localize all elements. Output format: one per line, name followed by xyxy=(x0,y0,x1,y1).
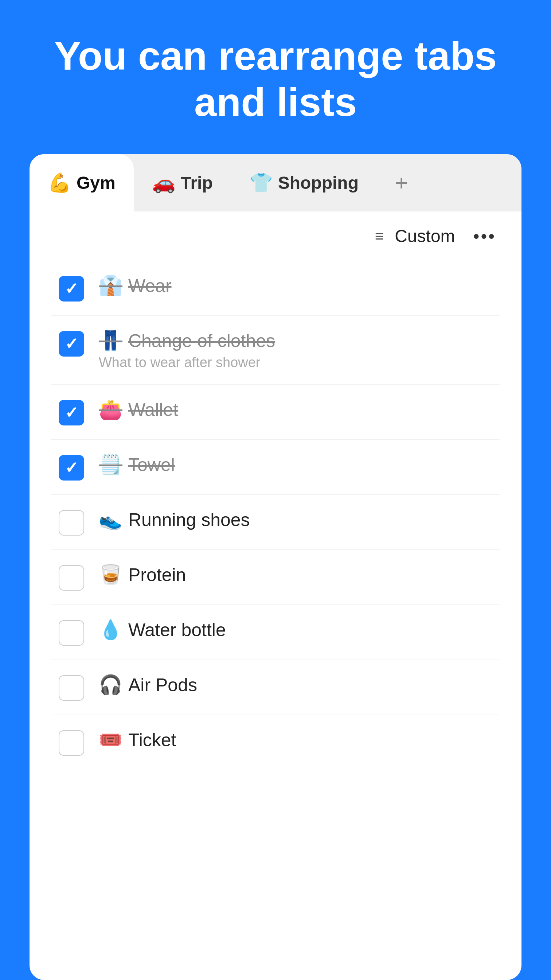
item-content-9: 🎟️Ticket xyxy=(99,729,492,751)
list-item: ✓👔Wear xyxy=(51,261,500,316)
item-emoji-7: 💧 xyxy=(99,619,122,641)
item-title-9: 🎟️Ticket xyxy=(99,729,492,751)
item-title-6: 🥃Protein xyxy=(99,564,492,586)
filter-icon: ≡ xyxy=(375,228,384,245)
list-item: 💧Water bottle xyxy=(51,605,500,660)
item-title-7: 💧Water bottle xyxy=(99,619,492,641)
checkbox-2[interactable]: ✓ xyxy=(59,331,84,356)
list-item: ✓👛Wallet xyxy=(51,385,500,440)
header-title: You can rearrange tabs and lists xyxy=(0,0,551,154)
tab-add-button[interactable]: + xyxy=(377,154,426,212)
item-emoji-8: 🎧 xyxy=(99,674,122,696)
item-content-1: 👔Wear xyxy=(99,275,492,297)
item-subtitle-2: What to wear after shower xyxy=(99,355,492,371)
tab-shopping-label: Shopping xyxy=(278,173,359,193)
tab-shopping[interactable]: 👕 Shopping xyxy=(231,154,377,212)
add-icon: + xyxy=(395,170,408,196)
gym-icon: 💪 xyxy=(48,172,71,194)
item-content-2: 👖Change of clothesWhat to wear after sho… xyxy=(99,329,492,371)
item-emoji-1: 👔 xyxy=(99,275,122,297)
item-emoji-2: 👖 xyxy=(99,329,122,352)
checkbox-8[interactable] xyxy=(59,675,84,701)
list-item: 🎟️Ticket xyxy=(51,715,500,770)
item-emoji-4: 🗒️ xyxy=(99,453,122,476)
list-item: 👟Running shoes xyxy=(51,495,500,550)
tab-trip-label: Trip xyxy=(181,173,213,193)
item-content-6: 🥃Protein xyxy=(99,564,492,586)
item-title-1: 👔Wear xyxy=(99,275,492,297)
list-item: ✓🗒️Towel xyxy=(51,440,500,495)
checkbox-5[interactable] xyxy=(59,510,84,536)
shopping-icon: 👕 xyxy=(249,172,273,194)
more-menu-icon[interactable]: ••• xyxy=(473,226,496,246)
checkbox-6[interactable] xyxy=(59,565,84,590)
item-emoji-5: 👟 xyxy=(99,509,122,531)
tabs-bar: 💪 Gym 🚗 Trip 👕 Shopping + xyxy=(30,154,521,212)
checkbox-3[interactable]: ✓ xyxy=(59,400,84,425)
checkbox-9[interactable] xyxy=(59,730,84,756)
tab-trip[interactable]: 🚗 Trip xyxy=(134,154,231,212)
checkbox-7[interactable] xyxy=(59,620,84,646)
list-header: ≡ Custom ••• xyxy=(30,212,521,253)
item-content-4: 🗒️Towel xyxy=(99,453,492,476)
list-items: ✓👔Wear✓👖Change of clothesWhat to wear af… xyxy=(30,253,521,980)
item-content-3: 👛Wallet xyxy=(99,398,492,421)
main-card: 💪 Gym 🚗 Trip 👕 Shopping + ≡ Custom ••• ✓… xyxy=(30,154,521,980)
item-content-8: 🎧Air Pods xyxy=(99,674,492,696)
item-emoji-3: 👛 xyxy=(99,398,122,421)
tab-gym[interactable]: 💪 Gym xyxy=(30,154,134,212)
list-item: 🥃Protein xyxy=(51,550,500,605)
item-emoji-6: 🥃 xyxy=(99,564,122,586)
list-item: ✓👖Change of clothesWhat to wear after sh… xyxy=(51,316,500,385)
item-title-8: 🎧Air Pods xyxy=(99,674,492,696)
item-title-5: 👟Running shoes xyxy=(99,509,492,531)
checkbox-1[interactable]: ✓ xyxy=(59,276,84,302)
item-content-5: 👟Running shoes xyxy=(99,509,492,531)
item-emoji-9: 🎟️ xyxy=(99,729,122,751)
item-title-3: 👛Wallet xyxy=(99,398,492,421)
checkbox-4[interactable]: ✓ xyxy=(59,455,84,480)
list-item: 🎧Air Pods xyxy=(51,660,500,715)
item-content-7: 💧Water bottle xyxy=(99,619,492,641)
item-title-4: 🗒️Towel xyxy=(99,453,492,476)
trip-icon: 🚗 xyxy=(152,172,176,194)
tab-gym-label: Gym xyxy=(76,173,116,193)
item-title-2: 👖Change of clothes xyxy=(99,329,492,352)
filter-label[interactable]: Custom xyxy=(395,226,455,246)
